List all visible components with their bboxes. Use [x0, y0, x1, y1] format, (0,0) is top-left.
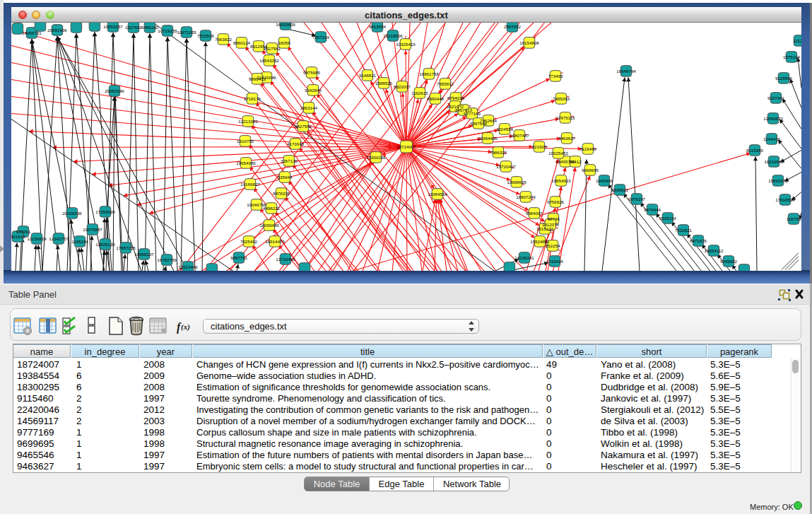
svg-text:16033809: 16033809: [276, 23, 295, 27]
svg-text:4498222: 4498222: [263, 206, 281, 211]
svg-text:17010504: 17010504: [775, 197, 795, 202]
svg-text:8322037: 8322037: [394, 84, 411, 89]
svg-text:6466160: 6466160: [141, 25, 159, 30]
svg-text:1244419: 1244419: [763, 136, 781, 141]
svg-text:9527561: 9527561: [264, 46, 281, 51]
svg-text:16782759: 16782759: [157, 257, 177, 262]
svg-text:20364436: 20364436: [478, 136, 498, 141]
svg-text:19218506: 19218506: [383, 33, 403, 38]
svg-text:9146821: 9146821: [359, 73, 377, 78]
svg-text:12923446: 12923446: [178, 264, 198, 269]
svg-text:15692971: 15692971: [768, 178, 788, 183]
svg-text:7625402: 7625402: [240, 239, 258, 244]
svg-text:19654985: 19654985: [236, 160, 256, 165]
svg-text:16099489: 16099489: [259, 223, 279, 228]
svg-text:1162615: 1162615: [411, 90, 428, 95]
svg-text:621605: 621605: [532, 144, 547, 149]
svg-text:10671355: 10671355: [177, 30, 196, 35]
svg-text:2718176: 2718176: [244, 96, 261, 101]
svg-text:12342757: 12342757: [49, 236, 69, 241]
svg-text:12213383: 12213383: [238, 119, 258, 124]
svg-text:8215955: 8215955: [746, 148, 764, 153]
svg-text:14055721: 14055721: [22, 30, 42, 35]
svg-text:17975115: 17975115: [555, 115, 575, 120]
svg-text:3267130: 3267130: [281, 158, 298, 163]
svg-text:10025453: 10025453: [548, 151, 568, 156]
svg-text:10958107: 10958107: [134, 252, 154, 257]
svg-text:6794028: 6794028: [447, 95, 465, 100]
svg-text:16914479: 16914479: [265, 239, 285, 244]
svg-text:116753: 116753: [787, 216, 801, 221]
svg-text:1527602: 1527602: [125, 25, 143, 30]
svg-text:9777169: 9777169: [464, 111, 481, 116]
svg-text:12093873: 12093873: [763, 116, 783, 121]
svg-text:7632621: 7632621: [675, 228, 693, 233]
svg-text:2987652: 2987652: [504, 24, 522, 29]
svg-text:1145194: 1145194: [71, 239, 88, 244]
svg-text:6879197: 6879197: [628, 197, 646, 201]
svg-text:773493: 773493: [548, 74, 563, 78]
svg-text:18300295: 18300295: [366, 155, 386, 160]
svg-text:9084067: 9084067: [526, 211, 543, 216]
svg-text:2803144: 2803144: [300, 105, 318, 110]
svg-text:8471676: 8471676: [690, 238, 707, 243]
svg-text:8990448: 8990448: [427, 96, 445, 101]
svg-text:3024554: 3024554: [496, 127, 514, 132]
svg-text:10975887: 10975887: [83, 227, 102, 232]
svg-text:(x): (x): [181, 322, 190, 332]
svg-text:9129996: 9129996: [775, 76, 793, 81]
svg-text:391533: 391533: [11, 234, 25, 239]
svg-text:4170045: 4170045: [287, 141, 305, 146]
svg-text:7986322: 7986322: [490, 150, 507, 155]
svg-text:1615132: 1615132: [536, 226, 554, 231]
svg-text:9474444: 9474444: [644, 207, 661, 212]
svg-text:935061: 935061: [16, 229, 31, 234]
svg-text:12156829: 12156829: [27, 236, 47, 241]
svg-text:8878335: 8878335: [273, 191, 290, 196]
svg-text:1612074: 1612074: [542, 222, 560, 227]
svg-text:18807249: 18807249: [516, 194, 536, 199]
svg-text:9457791: 9457791: [230, 255, 248, 260]
svg-text:9699695: 9699695: [582, 168, 599, 173]
svg-text:9227341: 9227341: [767, 95, 785, 100]
svg-text:9245652: 9245652: [720, 259, 738, 264]
svg-text:1610755: 1610755: [237, 139, 254, 144]
svg-text:8660124: 8660124: [233, 40, 251, 45]
svg-text:10719155: 10719155: [158, 28, 177, 33]
svg-text:1733426: 1733426: [546, 259, 564, 264]
svg-text:98412: 98412: [569, 159, 582, 164]
svg-text:19384554: 19384554: [428, 192, 447, 197]
svg-text:9756926: 9756926: [547, 199, 565, 204]
svg-text:8427552: 8427552: [295, 124, 312, 129]
svg-text:10325419: 10325419: [396, 42, 416, 47]
svg-text:7485063: 7485063: [553, 96, 570, 101]
svg-text:19654923: 19654923: [551, 178, 571, 183]
svg-text:10807487: 10807487: [510, 133, 529, 138]
svg-text:1588520: 1588520: [375, 81, 393, 86]
svg-text:16058: 16058: [278, 40, 290, 45]
svg-text:10653267: 10653267: [103, 24, 123, 29]
svg-text:16961758: 16961758: [419, 71, 439, 76]
svg-text:11122: 11122: [794, 38, 801, 43]
svg-text:7357224: 7357224: [312, 35, 330, 40]
svg-text:252254: 252254: [546, 243, 560, 248]
svg-text:5875685: 5875685: [303, 70, 321, 75]
svg-text:14136141: 14136141: [514, 255, 534, 260]
svg-text:12505135: 12505135: [95, 242, 115, 247]
svg-text:15720407: 15720407: [496, 164, 516, 169]
svg-text:8938923: 8938923: [611, 187, 629, 192]
svg-text:16648784: 16648784: [616, 69, 636, 74]
svg-text:1575104: 1575104: [783, 54, 801, 59]
svg-text:10688609: 10688609: [507, 180, 526, 185]
svg-text:9115460: 9115460: [579, 146, 596, 151]
svg-text:16154808: 16154808: [519, 40, 539, 45]
svg-text:10654112: 10654112: [704, 248, 724, 253]
svg-text:9242845: 9242845: [305, 88, 322, 93]
svg-text:17957255: 17957255: [116, 245, 136, 250]
svg-text:1440954: 1440954: [596, 178, 613, 183]
svg-text:7663822: 7663822: [215, 37, 233, 42]
svg-text:20691406: 20691406: [47, 28, 67, 33]
svg-text:19166827: 19166827: [240, 182, 260, 187]
svg-text:9890413: 9890413: [249, 76, 266, 81]
svg-text:8813054: 8813054: [369, 24, 387, 29]
